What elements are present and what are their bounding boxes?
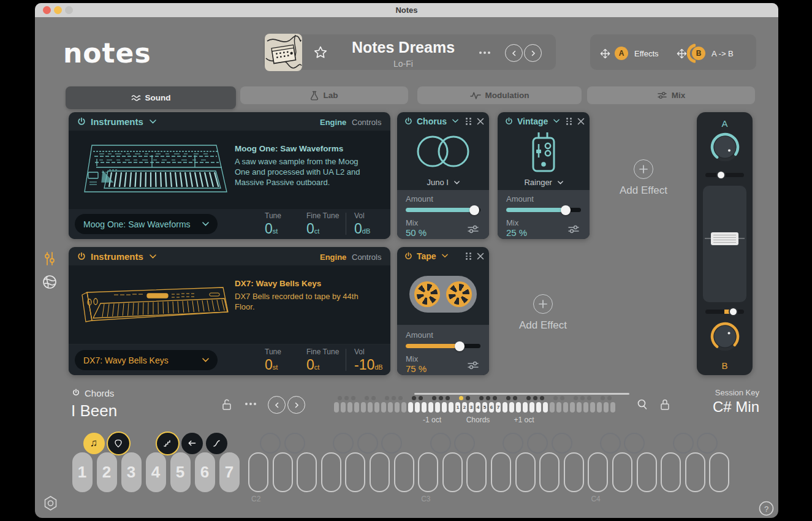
chord-pad-4[interactable]: 4 xyxy=(146,452,166,492)
app-root: Notes notes Notes Dreams Lo-Fi xyxy=(0,0,812,521)
svg-text:?: ? xyxy=(764,504,768,514)
piano-black-key[interactable] xyxy=(624,433,645,454)
piano-black-key[interactable] xyxy=(697,433,718,454)
piano-black-key[interactable] xyxy=(552,433,572,454)
piano-white-key[interactable] xyxy=(345,452,365,492)
app-window: Notes notes Notes Dreams Lo-Fi xyxy=(35,3,778,518)
chord-pad-2[interactable]: 2 xyxy=(97,452,117,492)
piano-black-key[interactable] xyxy=(673,433,694,454)
piano-white-key[interactable] xyxy=(685,452,705,492)
chord-pad-7[interactable]: 7 xyxy=(219,452,240,492)
piano-black-key[interactable] xyxy=(260,433,281,454)
piano-white-key[interactable] xyxy=(297,452,317,492)
octave-label: C3 xyxy=(421,495,430,503)
octave-label: C2 xyxy=(251,495,260,503)
piano-black-key[interactable] xyxy=(333,433,354,454)
piano-white-key[interactable] xyxy=(273,452,293,492)
piano-black-key[interactable] xyxy=(430,433,451,454)
piano-white-key[interactable] xyxy=(321,452,341,492)
piano-black-key[interactable] xyxy=(357,433,378,454)
piano-white-key[interactable] xyxy=(370,452,390,492)
piano-black-key[interactable] xyxy=(600,433,621,454)
playable-keyboard: 1234567C2C3C4 xyxy=(35,3,778,518)
piano-white-key[interactable] xyxy=(564,452,584,492)
piano-white-key[interactable] xyxy=(709,452,729,492)
chord-pad-6[interactable]: 6 xyxy=(195,452,215,492)
piano-white-key[interactable] xyxy=(442,452,463,492)
piano-white-key[interactable] xyxy=(491,452,511,492)
piano-white-key[interactable] xyxy=(515,452,536,492)
piano-white-key[interactable] xyxy=(637,452,657,492)
piano-black-key[interactable] xyxy=(503,433,523,454)
piano-white-key[interactable] xyxy=(248,452,268,492)
piano-white-key[interactable] xyxy=(539,452,560,492)
chord-pad-3[interactable]: 3 xyxy=(121,452,142,492)
piano-white-key[interactable] xyxy=(612,452,632,492)
piano-white-key[interactable] xyxy=(588,452,608,492)
piano-black-key[interactable] xyxy=(381,433,402,454)
octave-label: C4 xyxy=(591,495,600,503)
chord-pad-5[interactable]: 5 xyxy=(170,452,191,492)
piano-black-key[interactable] xyxy=(454,433,475,454)
piano-black-key[interactable] xyxy=(527,433,548,454)
piano-white-key[interactable] xyxy=(418,452,438,492)
piano-white-key[interactable] xyxy=(466,452,487,492)
piano-black-key[interactable] xyxy=(284,433,305,454)
help-icon[interactable]: ? xyxy=(759,501,774,516)
piano-white-key[interactable] xyxy=(661,452,681,492)
piano-white-key[interactable] xyxy=(394,452,414,492)
chord-pad-1[interactable]: 1 xyxy=(72,452,93,492)
